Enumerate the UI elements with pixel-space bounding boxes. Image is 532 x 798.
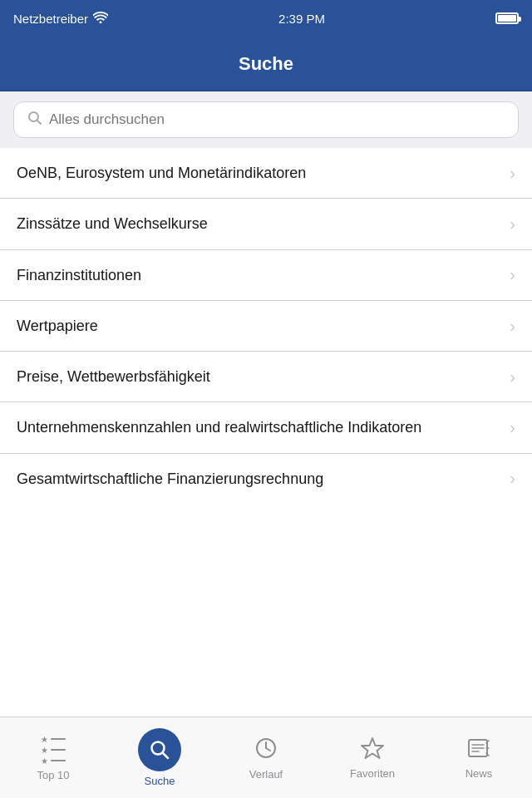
chevron-right-icon: ›	[510, 265, 515, 284]
battery-icon	[495, 12, 519, 24]
tab-favoriten[interactable]: Favoriten	[319, 717, 426, 798]
chevron-right-icon: ›	[510, 214, 515, 234]
suche-icon	[138, 728, 181, 771]
verlauf-icon	[254, 736, 278, 765]
tab-suche-label: Suche	[145, 775, 175, 787]
carrier-label: Netzbetreiber	[13, 12, 88, 26]
nav-bar: Suche	[0, 37, 532, 91]
status-bar: Netzbetreiber 2:39 PM	[0, 0, 532, 37]
tab-verlauf[interactable]: Verlauf	[213, 717, 319, 798]
top10-icon: ★ ★ ★	[41, 735, 66, 766]
list-container: OeNB, Eurosystem und Monetärindikatoren›…	[0, 148, 532, 741]
list-item[interactable]: Preise, Wettbewerbsfähigkeit›	[0, 352, 532, 402]
list-item-text: Unternehmenskennzahlen und realwirtschaf…	[17, 417, 510, 437]
svg-line-1	[37, 121, 42, 125]
chevron-right-icon: ›	[510, 317, 515, 336]
chevron-right-icon: ›	[510, 367, 515, 387]
svg-marker-7	[362, 738, 383, 758]
list-item-text: Zinssätze und Wechselkurse	[17, 214, 510, 234]
nav-title: Suche	[239, 53, 293, 75]
news-icon	[466, 736, 491, 764]
svg-line-6	[266, 748, 270, 751]
svg-line-3	[163, 753, 169, 759]
tab-bar: ★ ★ ★ Top 10 Suche	[0, 717, 532, 798]
search-container	[0, 91, 532, 148]
favoriten-icon	[360, 736, 385, 764]
list-item[interactable]: Gesamtwirtschaftliche Finanzierungsrechn…	[0, 454, 532, 504]
chevron-right-icon: ›	[510, 164, 515, 183]
list-item[interactable]: Wertpapiere›	[0, 301, 532, 352]
list-item-text: OeNB, Eurosystem und Monetärindikatoren	[17, 163, 510, 183]
list-item-text: Gesamtwirtschaftliche Finanzierungsrechn…	[17, 469, 510, 489]
tab-news-label: News	[466, 767, 493, 780]
search-input-wrapper[interactable]	[13, 101, 519, 138]
list-item[interactable]: Finanzinstitutionen›	[0, 250, 532, 301]
tab-top10[interactable]: ★ ★ ★ Top 10	[0, 717, 106, 798]
tab-news[interactable]: News	[426, 717, 532, 798]
chevron-right-icon: ›	[510, 469, 515, 488]
tab-verlauf-label: Verlauf	[249, 768, 283, 781]
chevron-right-icon: ›	[510, 418, 515, 437]
tab-suche[interactable]: Suche	[106, 717, 213, 798]
list-item-text: Wertpapiere	[17, 316, 510, 336]
wifi-icon	[93, 12, 108, 26]
list-item[interactable]: OeNB, Eurosystem und Monetärindikatoren›	[0, 148, 532, 199]
time-label: 2:39 PM	[278, 12, 325, 26]
search-input[interactable]	[49, 111, 505, 128]
tab-favoriten-label: Favoriten	[350, 767, 395, 780]
tab-top10-label: Top 10	[37, 769, 69, 781]
search-icon	[27, 111, 42, 129]
list-item[interactable]: Unternehmenskennzahlen und realwirtschaf…	[0, 402, 532, 453]
list-item[interactable]: Zinssätze und Wechselkurse›	[0, 199, 532, 249]
list-item-text: Finanzinstitutionen	[17, 265, 510, 285]
list-item-text: Preise, Wettbewerbsfähigkeit	[17, 367, 510, 387]
